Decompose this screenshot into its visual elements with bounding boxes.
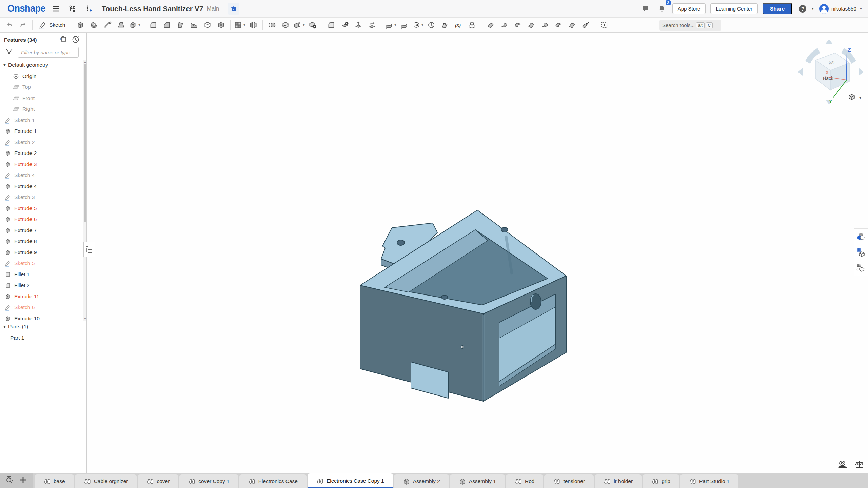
feature-row-extrude-10[interactable]: Extrude 10 bbox=[0, 313, 81, 321]
filter-funnel-icon[interactable] bbox=[5, 48, 13, 56]
feature-row-extrude-5[interactable]: Extrude 5 bbox=[0, 203, 81, 214]
feature-filter-input[interactable] bbox=[18, 47, 79, 58]
versions-history-icon[interactable] bbox=[66, 3, 78, 15]
tab-tensioner[interactable]: tensioner bbox=[544, 474, 594, 488]
tab-assembly-1[interactable]: Assembly 1 bbox=[450, 474, 505, 488]
revolve-icon[interactable] bbox=[87, 19, 101, 31]
sweep-icon[interactable] bbox=[101, 19, 114, 31]
view-options-cube-icon[interactable] bbox=[848, 93, 856, 102]
search-tabs-icon[interactable] bbox=[6, 475, 15, 486]
feature-row-extrude-3[interactable]: Extrude 3 bbox=[0, 159, 81, 170]
delete-face-icon[interactable] bbox=[338, 19, 352, 31]
transform-icon[interactable]: ▼ bbox=[292, 19, 306, 31]
hamburger-menu-icon[interactable] bbox=[50, 3, 62, 15]
feature-row-extrude-8[interactable]: Extrude 8 bbox=[0, 236, 81, 247]
mirror-icon[interactable] bbox=[246, 19, 260, 31]
boolean-icon[interactable] bbox=[265, 19, 279, 31]
tab-electronics-case-copy-1[interactable]: Electronics Case Copy 1 bbox=[308, 473, 393, 488]
tab-part-studio-1[interactable]: Part Studio 1 bbox=[680, 474, 738, 488]
tab-assembly-2[interactable]: Assembly 2 bbox=[394, 474, 449, 488]
chamfer-icon[interactable] bbox=[160, 19, 174, 31]
joggle-icon[interactable] bbox=[552, 19, 565, 31]
tab-electronics-case[interactable]: Electronics Case bbox=[239, 474, 307, 488]
share-button[interactable]: Share bbox=[763, 3, 792, 14]
notifications-bell-icon[interactable]: 2 bbox=[656, 3, 668, 15]
workspace-name[interactable]: Main bbox=[207, 5, 219, 12]
learning-center-button[interactable]: Learning Center bbox=[710, 3, 758, 14]
feature-row-fillet-1[interactable]: Fillet 1 bbox=[0, 269, 81, 280]
undo-icon[interactable] bbox=[3, 19, 16, 31]
chevron-down-icon[interactable]: ▼ bbox=[302, 23, 305, 27]
feature-row-extrude-6[interactable]: Extrude 6 bbox=[0, 214, 81, 225]
hem-icon[interactable] bbox=[511, 19, 525, 31]
feature-row-extrude-9[interactable]: Extrude 9 bbox=[0, 247, 81, 258]
rib-icon[interactable] bbox=[187, 19, 201, 31]
tab-base[interactable]: base bbox=[35, 474, 74, 488]
feature-list-collapse-handle[interactable] bbox=[83, 242, 95, 257]
feature-row-extrude-1[interactable]: Extrude 1 bbox=[0, 126, 81, 137]
chevron-down-icon[interactable]: ▼ bbox=[243, 23, 246, 27]
hole-icon[interactable] bbox=[214, 19, 228, 31]
delete-part-icon[interactable] bbox=[306, 19, 319, 31]
offset-surface-icon[interactable]: ▼ bbox=[384, 19, 397, 31]
feature-row-top[interactable]: Top bbox=[0, 82, 81, 93]
replace-face-icon[interactable] bbox=[365, 19, 379, 31]
tab-grip[interactable]: grip bbox=[643, 474, 679, 488]
parts-group-header[interactable]: ▼ Parts (1) bbox=[0, 321, 86, 332]
feature-row-origin[interactable]: Origin bbox=[0, 71, 81, 82]
tab-ir-holder[interactable]: ir holder bbox=[595, 474, 642, 488]
feature-row-sketch-1[interactable]: Sketch 1 bbox=[0, 115, 81, 126]
feature-row-front[interactable]: Front bbox=[0, 93, 81, 104]
mass-properties-icon[interactable] bbox=[854, 460, 864, 470]
tab-cable-orgnizer[interactable]: Cable orgnizer bbox=[75, 474, 137, 488]
fillet-icon[interactable] bbox=[146, 19, 160, 31]
feature-row-sketch-5[interactable]: Sketch 5 bbox=[0, 258, 81, 269]
draft-icon[interactable] bbox=[174, 19, 187, 31]
move-face-icon[interactable] bbox=[352, 19, 365, 31]
insert-new-element-icon[interactable] bbox=[83, 3, 94, 15]
split-icon[interactable] bbox=[279, 19, 292, 31]
scroll-down-icon[interactable]: ▼ bbox=[84, 317, 86, 320]
flange-icon[interactable] bbox=[497, 19, 511, 31]
thicken-icon[interactable]: ▼ bbox=[128, 19, 141, 31]
redo-icon[interactable] bbox=[16, 19, 30, 31]
sketch-icon[interactable]: Sketch bbox=[35, 19, 68, 31]
chevron-down-icon[interactable]: ▼ bbox=[3, 325, 8, 329]
feature-row-extrude-4[interactable]: Extrude 4 bbox=[0, 181, 81, 192]
new-folder-icon[interactable] bbox=[59, 35, 67, 45]
user-avatar[interactable] bbox=[819, 4, 829, 14]
variable-icon[interactable]: (x) bbox=[452, 19, 465, 31]
modify-fillet-icon[interactable] bbox=[324, 19, 338, 31]
feature-tree-scrollbar[interactable]: ▲ ▼ bbox=[83, 60, 86, 321]
projected-curve-icon[interactable] bbox=[438, 19, 452, 31]
feature-row-sketch-2[interactable]: Sketch 2 bbox=[0, 137, 81, 148]
shell-icon[interactable] bbox=[201, 19, 214, 31]
part-row[interactable]: Part 1 bbox=[0, 332, 86, 344]
feature-row-extrude-7[interactable]: Extrude 7 bbox=[0, 225, 81, 236]
feature-row-sketch-4[interactable]: Sketch 4 bbox=[0, 170, 81, 181]
boundary-surface-icon[interactable] bbox=[397, 19, 411, 31]
loft-icon[interactable] bbox=[114, 19, 128, 31]
feature-row-fillet-2[interactable]: Fillet 2 bbox=[0, 280, 81, 291]
configured-features-panel-icon[interactable] bbox=[854, 260, 868, 276]
sheet-metal-finish-icon[interactable] bbox=[579, 19, 592, 31]
feature-row-extrude-11[interactable]: Extrude 11 bbox=[0, 291, 81, 302]
helix-icon[interactable]: ▼ bbox=[411, 19, 425, 31]
part-3d-model[interactable] bbox=[353, 203, 570, 405]
measure-tool-icon[interactable] bbox=[838, 460, 848, 470]
education-plan-icon[interactable] bbox=[228, 3, 239, 15]
onshape-logo[interactable]: Onshape bbox=[7, 3, 45, 14]
rollback-history-icon[interactable] bbox=[72, 35, 80, 45]
graphics-viewport[interactable]: Top Back X Z Y ▼ bbox=[87, 33, 868, 473]
corner-break-icon[interactable] bbox=[565, 19, 579, 31]
sheet-metal-model-icon[interactable] bbox=[484, 19, 497, 31]
app-store-button[interactable]: App Store bbox=[672, 3, 706, 14]
feature-row-extrude-2[interactable]: Extrude 2 bbox=[0, 148, 81, 159]
chevron-down-icon[interactable]: ▼ bbox=[394, 23, 397, 27]
view-options-caret-icon[interactable]: ▼ bbox=[859, 96, 862, 100]
tab-cover-copy-1[interactable]: cover Copy 1 bbox=[179, 474, 238, 488]
bend-icon[interactable] bbox=[538, 19, 552, 31]
linear-pattern-icon[interactable]: ▼ bbox=[233, 19, 246, 31]
scroll-up-icon[interactable]: ▲ bbox=[84, 60, 86, 63]
configurations-panel-icon[interactable] bbox=[854, 244, 868, 260]
